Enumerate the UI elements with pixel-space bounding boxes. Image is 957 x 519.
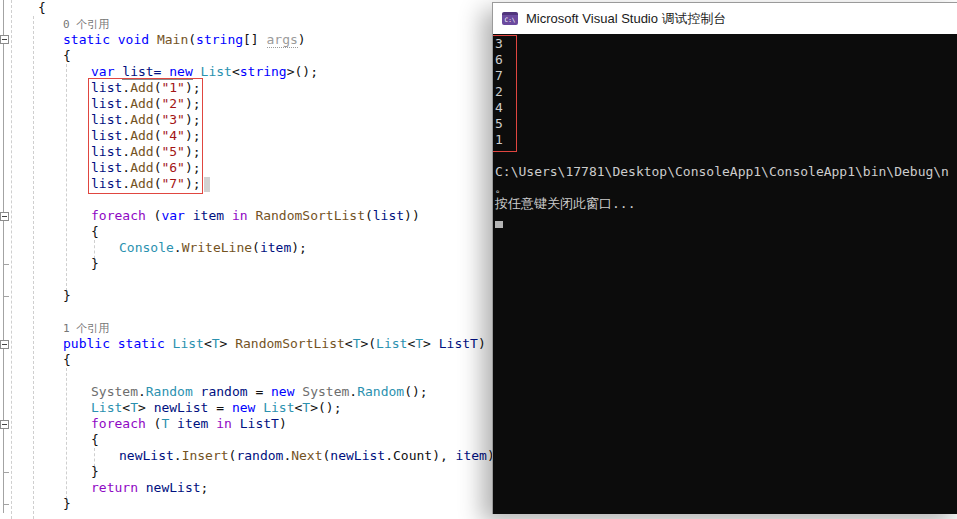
console-output: 3672451	[495, 36, 957, 148]
console-window[interactable]: C:\ Microsoft Visual Studio 调试控制台 367245…	[492, 2, 957, 514]
console-output-line: 2	[495, 84, 957, 100]
console-icon: C:\	[502, 12, 518, 25]
console-body[interactable]: 3672451 C:\Users\17781\Desktop\ConsoleAp…	[493, 34, 957, 514]
console-output-line: 7	[495, 68, 957, 84]
console-output-line: 1	[495, 132, 957, 148]
console-output-line: 5	[495, 116, 957, 132]
console-output-line: 4	[495, 100, 957, 116]
console-path-line: C:\Users\17781\Desktop\ConsoleApp1\Conso…	[495, 164, 957, 180]
console-prompt-line: 按任意键关闭此窗口...	[495, 196, 957, 212]
console-output-line: 6	[495, 52, 957, 68]
console-cursor	[495, 221, 503, 228]
console-blank-line	[495, 148, 957, 164]
console-wrap-line: 。	[495, 180, 957, 196]
annotation-box-output	[493, 35, 517, 152]
screen: {0 个引用static void Main(string[] args){va…	[0, 0, 957, 519]
console-output-line: 3	[495, 36, 957, 52]
console-title: Microsoft Visual Studio 调试控制台	[526, 10, 727, 28]
text-caret	[204, 177, 210, 192]
console-titlebar[interactable]: C:\ Microsoft Visual Studio 调试控制台	[493, 3, 957, 34]
